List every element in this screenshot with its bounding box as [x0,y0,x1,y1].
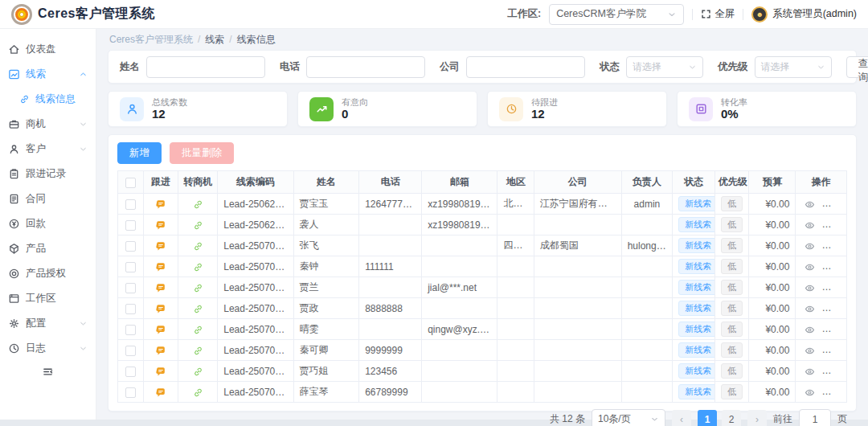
convert-icon[interactable] [193,304,203,314]
sidebar-item-8[interactable]: 回款 [0,211,96,236]
sidebar-item-7[interactable]: 合同 [0,186,96,211]
view-icon[interactable] [805,346,815,356]
convert-icon[interactable] [193,346,203,356]
cell-actions [796,298,847,319]
cell-name[interactable]: 袭人 [293,215,359,236]
convert-icon[interactable] [193,241,203,252]
row-checkbox[interactable] [125,367,136,377]
row-checkbox[interactable] [125,283,136,293]
convert-icon[interactable] [193,283,203,293]
row-checkbox[interactable] [125,325,136,335]
row-checkbox[interactable] [125,241,136,252]
delete-icon[interactable] [838,220,846,231]
breadcrumb-item[interactable]: 线索 [205,33,224,47]
comment-icon[interactable] [155,199,166,210]
convert-icon[interactable] [193,220,203,231]
comment-icon[interactable] [155,387,166,398]
cell-name[interactable]: 张飞 [293,236,359,256]
convert-icon[interactable] [193,262,203,272]
sidebar-item-11[interactable]: 工作区 [0,286,96,311]
comment-icon[interactable] [155,303,166,314]
delete-icon[interactable] [838,262,846,272]
comment-icon[interactable] [155,219,166,231]
sidebar-item-1[interactable]: 仪表盘 [0,37,96,62]
filter-select-状态[interactable]: 请选择 [626,56,703,78]
delete-icon[interactable] [838,367,846,377]
prev-page-button[interactable]: ‹ [672,410,691,426]
stat-value: 12 [531,107,558,121]
cell-status: 新线索 [673,340,715,361]
batch-delete-button[interactable]: 批量删除 [170,142,234,164]
filter-input-电话[interactable] [306,56,425,78]
row-checkbox[interactable] [125,346,136,356]
view-icon[interactable] [805,325,815,335]
convert-icon[interactable] [193,387,203,398]
cell-name[interactable]: 贾兰 [293,277,359,298]
workspace-select[interactable]: CeresCRM客户学院 [549,4,684,25]
filter-label: 状态 [600,60,620,74]
delete-icon[interactable] [838,346,846,356]
view-icon[interactable] [805,262,815,272]
sidebar-item-3[interactable]: 线索信息 [0,87,96,112]
chevron-down-icon [667,10,677,19]
view-icon[interactable] [805,387,815,398]
comment-icon[interactable] [155,282,166,293]
sidebar-item-5[interactable]: 客户 [0,137,96,162]
cell-name[interactable]: 晴雯 [293,319,359,340]
convert-icon[interactable] [193,325,203,335]
filter-select-优先级[interactable]: 请选择 [755,56,832,78]
filter-label: 姓名 [120,60,140,74]
comment-icon[interactable] [155,345,166,356]
delete-icon[interactable] [838,241,846,252]
sidebar-item-12[interactable]: 配置 [0,311,96,336]
delete-icon[interactable] [838,199,846,210]
fullscreen-button[interactable]: 全屏 [701,7,735,21]
delete-icon[interactable] [838,387,846,398]
add-button[interactable]: 新增 [117,142,162,164]
filter-input-姓名[interactable] [146,56,265,78]
sidebar-item-10[interactable]: 产品授权 [0,261,96,286]
cell-name[interactable]: 薛宝琴 [293,382,359,403]
page-size-select[interactable]: 10条/页 [592,409,665,426]
view-icon[interactable] [805,199,815,210]
sidebar-item-13[interactable]: 日志 [0,336,96,361]
row-checkbox[interactable] [125,387,136,398]
view-icon[interactable] [805,241,815,252]
sidebar-item-6[interactable]: 跟进记录 [0,162,96,186]
page-button-1[interactable]: 1 [698,410,717,426]
select-all-checkbox[interactable] [125,178,136,188]
sidebar-item-4[interactable]: 商机 [0,112,96,137]
row-checkbox[interactable] [125,262,136,272]
breadcrumb-item[interactable]: Ceres客户管理系统 [109,33,193,47]
row-checkbox[interactable] [125,304,136,314]
view-icon[interactable] [805,304,815,314]
view-icon[interactable] [805,220,815,231]
sidebar-item-9[interactable]: 产品 [0,236,96,261]
comment-icon[interactable] [155,240,166,252]
comment-icon[interactable] [155,261,166,272]
row-checkbox[interactable] [125,220,136,231]
cell-name[interactable]: 贾政 [293,298,359,319]
cell-name[interactable]: 贾巧姐 [293,361,359,382]
user-menu[interactable]: ☻ 系统管理员(admin) [751,6,857,23]
delete-icon[interactable] [838,304,846,314]
cell-name[interactable]: 贾宝玉 [293,194,359,215]
next-page-button[interactable]: › [747,410,767,426]
comment-icon[interactable] [155,324,166,335]
cell-name[interactable]: 秦钟 [293,256,359,277]
convert-icon[interactable] [193,367,203,377]
delete-icon[interactable] [838,283,846,293]
view-icon[interactable] [805,283,815,293]
sidebar-item-2[interactable]: 线索 [0,62,96,87]
goto-page-input[interactable] [799,409,831,426]
page-button-2[interactable]: 2 [722,410,741,426]
filter-input-公司[interactable] [466,56,585,78]
sidebar-collapse-icon[interactable] [0,366,96,378]
comment-icon[interactable] [155,366,166,377]
search-button[interactable]: 查询 [846,56,868,78]
row-checkbox[interactable] [125,199,136,210]
view-icon[interactable] [805,367,815,377]
delete-icon[interactable] [838,325,846,335]
cell-name[interactable]: 秦可卿 [293,340,359,361]
convert-icon[interactable] [193,199,203,210]
